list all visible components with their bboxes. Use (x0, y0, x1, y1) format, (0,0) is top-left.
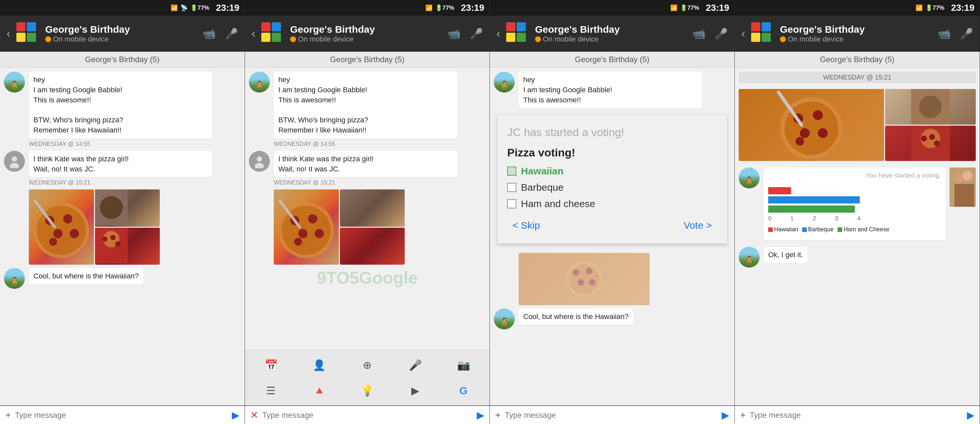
vote-button[interactable]: Vote > (678, 217, 717, 233)
svg-point-17 (257, 156, 262, 162)
svg-point-7 (70, 229, 79, 238)
video-icon-1[interactable]: 📹 (203, 27, 216, 40)
checkbox-barbeque[interactable] (507, 183, 516, 192)
video-icon-4[interactable]: 📹 (938, 27, 951, 40)
attach-google[interactable]: G (441, 379, 486, 402)
message-bubble-3: Cool, but where is the Hawaiian? (29, 268, 143, 284)
header-text-3: George's Birthday On mobile device (535, 24, 687, 43)
attach-camera[interactable]: 📷 (441, 354, 486, 376)
message-input-2[interactable] (262, 411, 473, 420)
you-started-text: You have started a voting. (768, 171, 941, 180)
message-bubble-4: You have started a voting. 0 (764, 167, 946, 240)
status-icons-1: 📶 📡 🔋77% (170, 4, 209, 11)
vote-option-hawaiian[interactable]: Hawaiian (507, 165, 717, 177)
attach-list[interactable]: ☰ (248, 379, 294, 402)
vote-actions: < Skip Vote > (507, 217, 717, 233)
battery-icon-4: 🔋77% (925, 4, 944, 11)
back-button-4[interactable]: ‹ (741, 27, 745, 41)
time-display-2: 23:19 (461, 3, 484, 13)
signal-icon-2: 📶 (425, 4, 433, 11)
back-button-2[interactable]: ‹ (251, 27, 255, 41)
battery-icon-2: 🔋77% (435, 4, 454, 11)
legend-barbeque: Barbeque (802, 225, 834, 233)
svg-point-31 (578, 279, 584, 286)
mic-icon-4[interactable]: 🎤 (960, 27, 973, 40)
message-input-4[interactable] (750, 411, 963, 420)
bar-row-green (768, 205, 941, 213)
svg-point-0 (12, 156, 17, 162)
chat-area-1[interactable]: 🧍 heyI am testing Google Babble!This is … (0, 68, 245, 405)
battery-icon: 🔋77% (190, 4, 209, 11)
message-text-1: heyI am testing Google Babble!This is aw… (33, 76, 123, 134)
svg-point-47 (934, 140, 940, 146)
send-button-2[interactable]: ▶ (477, 409, 484, 421)
message-row-4c: 🧍 Ok, I get it. (739, 247, 976, 268)
close-button-2[interactable]: ✕ (250, 409, 258, 421)
back-button-1[interactable]: ‹ (6, 27, 11, 41)
mic-icon-1[interactable]: 🎤 (225, 27, 238, 40)
attach-person[interactable]: 👤 (296, 354, 342, 376)
svg-point-22 (308, 214, 317, 224)
message-row-3: 🧍 Cool, but where is the Hawaiian? (4, 268, 241, 289)
icon-sq-red (16, 22, 25, 32)
chat-area-4[interactable]: WEDNESDAY @ 15:21 (735, 68, 980, 405)
status-icons-4: 📶 🔋77% (915, 4, 944, 11)
svg-point-50 (963, 171, 972, 181)
attach-mic[interactable]: 🎤 (393, 354, 438, 376)
mountain-figure-3: 🧍 (9, 277, 20, 287)
chat-area-3[interactable]: 🧍 heyI am testing Google Babble!This is … (490, 68, 734, 405)
message-input-3[interactable] (505, 411, 718, 420)
input-bar-3: + ▶ (490, 405, 734, 424)
header-title-1: George's Birthday (45, 24, 197, 35)
header-sub-4: On mobile device (780, 35, 932, 43)
header-title-4: George's Birthday (780, 24, 932, 35)
checkbox-ham[interactable] (507, 199, 516, 208)
attach-location[interactable]: ⊕ (344, 354, 390, 376)
skip-button[interactable]: < Skip (507, 217, 545, 233)
status-bar-3: 📶 🔋77% 23:19 (490, 0, 734, 16)
message-row-1: 🧍 heyI am testing Google Babble!This is … (4, 71, 241, 148)
svg-point-1 (10, 163, 19, 168)
svg-point-14 (102, 237, 107, 242)
chart-legend: Hawaiian Barbeque Ham and Cheese (768, 225, 941, 233)
pizza-top-image (95, 189, 160, 227)
vote-option-ham[interactable]: Ham and cheese (507, 198, 717, 210)
svg-point-18 (255, 163, 264, 168)
mountain-figure-1: 🧍 (9, 81, 20, 91)
vote-label-hawaiian: Hawaiian (521, 165, 563, 177)
mic-icon-2[interactable]: 🎤 (470, 27, 483, 40)
pizza-bottom-image (95, 228, 160, 265)
mic-icon-3[interactable]: 🎤 (715, 27, 728, 40)
chat-area-2[interactable]: 🧍 heyI am testing Google Babble!This is … (245, 68, 490, 350)
add-button-3[interactable]: + (495, 410, 501, 421)
header-actions-4: 📹 🎤 (938, 27, 973, 40)
add-button-4[interactable]: + (740, 410, 746, 421)
checkbox-hawaiian[interactable] (507, 167, 516, 176)
attach-play[interactable]: ▶ (393, 379, 438, 402)
vote-option-barbeque[interactable]: Barbeque (507, 182, 717, 193)
add-button-1[interactable]: + (5, 410, 11, 421)
svg-point-39 (795, 137, 804, 146)
group-title-bar-1: George's Birthday (5) (0, 52, 245, 68)
panel-2: 📶 🔋77% 23:19 ‹ George's Birthday On mobi… (245, 0, 490, 424)
panel-4: 📶 🔋77% 23:19 ‹ George's Birthday On mobi… (735, 0, 980, 424)
svg-point-42 (919, 95, 942, 118)
attach-calendar[interactable]: 📅 (248, 354, 294, 376)
back-button-3[interactable]: ‹ (496, 27, 500, 41)
signal-icon-3: 📶 (670, 4, 678, 11)
status-bar-2: 📶 🔋77% 23:19 (245, 0, 490, 16)
app-icon-1 (16, 22, 39, 45)
svg-point-8 (49, 238, 57, 246)
video-icon-3[interactable]: 📹 (692, 27, 706, 40)
status-icons-2: 📶 🔋77% (425, 4, 454, 11)
video-icon-2[interactable]: 📹 (448, 27, 461, 40)
send-button-4[interactable]: ▶ (967, 409, 974, 421)
attach-idea[interactable]: 💡 (344, 379, 390, 402)
input-bar-2: ✕ ▶ (245, 405, 490, 424)
send-button-3[interactable]: ▶ (722, 409, 729, 421)
send-button-1[interactable]: ▶ (232, 409, 239, 421)
message-input-1[interactable] (15, 411, 228, 420)
attach-drive[interactable]: 🔺 (296, 379, 342, 402)
app-icon-4 (751, 22, 774, 45)
image-grid-1 (29, 189, 160, 265)
